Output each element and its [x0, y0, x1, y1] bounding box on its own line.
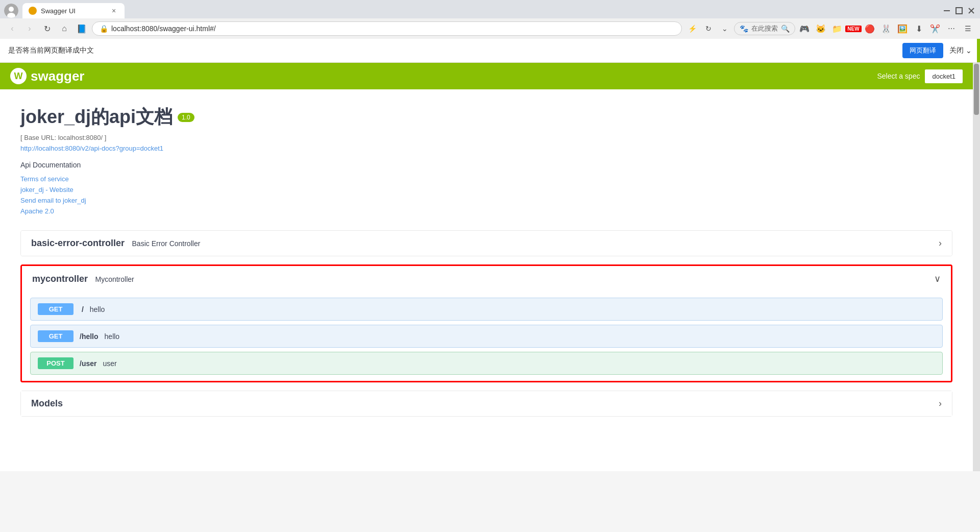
- translation-bar: 是否将当前网页翻译成中文 网页翻译 关闭 ⌄: [0, 39, 980, 63]
- license-link[interactable]: Apache 2.0: [20, 207, 952, 215]
- swagger-logo: W swagger: [10, 68, 85, 84]
- chevron-icon[interactable]: ⌄: [718, 21, 732, 36]
- reload-icon[interactable]: ↻: [701, 21, 716, 36]
- maximize-btn[interactable]: [954, 6, 964, 15]
- endpoint-summary-root: hello: [90, 305, 105, 313]
- docs-link[interactable]: http://localhost:8080/v2/api-docs?group=…: [20, 144, 163, 152]
- svg-point-1: [9, 7, 14, 12]
- docket-button[interactable]: docket1: [925, 69, 963, 83]
- translation-text: 是否将当前网页翻译成中文: [8, 46, 896, 55]
- tab-close-btn[interactable]: ×: [109, 6, 118, 15]
- endpoint-post-user[interactable]: POST /user user: [30, 352, 943, 375]
- version-badge: 1.0: [178, 113, 194, 122]
- scrollbar-thumb[interactable]: [974, 64, 979, 115]
- endpoint-summary-hello: hello: [105, 332, 120, 341]
- mycontroller-header[interactable]: mycontroller Mycontroller ∨: [22, 266, 951, 292]
- browser-chrome: Swagger UI × ‹ › ↻ ⌂ 📘 🔒 localhost:8080/…: [0, 0, 980, 63]
- folder-icon[interactable]: 📁: [830, 21, 844, 36]
- controller-name-desc: basic-error-controller Basic Error Contr…: [31, 238, 200, 249]
- swagger-header: W swagger Select a spec docket1: [0, 63, 973, 89]
- mycontroller-body: GET / hello GET /hello hello POST /user: [22, 292, 951, 381]
- models-arrow: ›: [939, 398, 942, 409]
- lightning-icon[interactable]: ⚡: [685, 21, 699, 36]
- search-icon: 🔍: [781, 25, 790, 33]
- svg-rect-3: [944, 10, 950, 11]
- home-btn[interactable]: ⌂: [57, 21, 71, 36]
- search-box[interactable]: 🐾 在此搜索 🔍: [734, 22, 795, 35]
- active-tab[interactable]: Swagger UI ×: [22, 3, 125, 18]
- window-controls: [942, 6, 976, 15]
- base-url: [ Base URL: localhost:8080/ ]: [20, 134, 952, 141]
- more-btn[interactable]: ⋯: [944, 21, 959, 36]
- basic-error-controller-desc: Basic Error Controller: [132, 239, 201, 248]
- minimize-btn[interactable]: [942, 6, 951, 15]
- search-placeholder: 在此搜索: [751, 24, 778, 33]
- bunny-icon[interactable]: 🐰: [879, 21, 893, 36]
- page-wrapper: W swagger Select a spec docket1 joker_dj…: [0, 63, 980, 471]
- swagger-title: swagger: [31, 68, 85, 84]
- forward-btn[interactable]: ›: [22, 21, 37, 36]
- endpoint-summary-user: user: [103, 359, 116, 368]
- refresh-btn[interactable]: ↻: [40, 21, 54, 36]
- close-options[interactable]: 关闭 ⌄: [949, 46, 972, 55]
- endpoint-path-user: /user: [80, 359, 96, 368]
- mycontroller-name: mycontroller: [32, 274, 88, 284]
- photo-icon[interactable]: 🖼️: [895, 21, 910, 36]
- terms-of-service-link[interactable]: Terms of service: [20, 175, 952, 183]
- api-links: Terms of service joker_dj - Website Send…: [20, 175, 952, 215]
- endpoint-get-root[interactable]: GET / hello: [30, 298, 943, 321]
- menu-btn[interactable]: ☰: [961, 21, 975, 36]
- new-badge-icon[interactable]: NEW: [846, 21, 861, 36]
- red-circle-icon[interactable]: 🔴: [863, 21, 877, 36]
- endpoint-path-hello: /hello: [80, 332, 99, 341]
- nav-icons-right: ⚡ ↻ ⌄ 🐾 在此搜索 🔍 🎮 🐱 📁 NEW 🔴 🐰 🖼️ ⬇ ✂️ ⋯ ☰: [685, 21, 975, 36]
- profile-icon[interactable]: [4, 4, 18, 18]
- cat-icon[interactable]: 🐱: [814, 21, 828, 36]
- method-get-badge: GET: [38, 303, 74, 315]
- basic-error-controller-header[interactable]: basic-error-controller Basic Error Contr…: [21, 231, 952, 256]
- select-spec-text: Select a spec: [877, 72, 920, 80]
- nav-bar: ‹ › ↻ ⌂ 📘 🔒 localhost:8080/swagger-ui.ht…: [0, 18, 980, 39]
- bookmarks-btn[interactable]: 📘: [75, 21, 89, 36]
- main-content: W swagger Select a spec docket1 joker_dj…: [0, 63, 973, 471]
- models-section: Models ›: [20, 391, 952, 417]
- download-icon[interactable]: ⬇: [912, 21, 926, 36]
- close-window-btn[interactable]: [967, 6, 976, 15]
- basic-error-controller-section: basic-error-controller Basic Error Contr…: [20, 230, 952, 256]
- mycontroller-arrow: ∨: [934, 273, 941, 284]
- endpoint-path-root: /: [80, 305, 84, 313]
- url-text: localhost:8080/swagger-ui.html#/: [111, 25, 674, 33]
- svg-rect-4: [956, 8, 962, 14]
- color-bar: [977, 39, 980, 62]
- basic-error-controller-name: basic-error-controller: [31, 238, 125, 248]
- mycontroller-section: mycontroller Mycontroller ∨ GET / hello …: [20, 264, 952, 382]
- cut-icon[interactable]: ✂️: [928, 21, 942, 36]
- swagger-icon: W: [10, 68, 27, 84]
- endpoint-get-hello[interactable]: GET /hello hello: [30, 325, 943, 348]
- email-link[interactable]: Send email to joker_dj: [20, 197, 952, 204]
- api-title: joker_dj的api文档 1.0: [20, 105, 952, 130]
- address-bar[interactable]: 🔒 localhost:8080/swagger-ui.html#/: [92, 21, 682, 36]
- tab-title-text: Swagger UI: [41, 7, 105, 15]
- method-post-badge: POST: [38, 357, 74, 369]
- basic-error-controller-arrow: ›: [939, 238, 942, 249]
- mycontroller-name-desc: mycontroller Mycontroller: [32, 274, 134, 284]
- tab-bar: Swagger UI ×: [0, 0, 980, 18]
- models-header[interactable]: Models ›: [21, 391, 952, 416]
- tab-favicon: [29, 7, 37, 15]
- api-title-text: joker_dj的api文档: [20, 105, 173, 130]
- method-get-hello-badge: GET: [38, 330, 74, 342]
- api-main: joker_dj的api文档 1.0 [ Base URL: localhost…: [0, 89, 973, 440]
- models-label: Models: [31, 398, 63, 409]
- back-btn[interactable]: ‹: [5, 21, 19, 36]
- game-icon[interactable]: 🎮: [797, 21, 812, 36]
- lock-icon: 🔒: [100, 25, 108, 33]
- scrollbar[interactable]: [973, 63, 980, 471]
- mycontroller-desc: Mycontroller: [95, 275, 134, 283]
- swagger-right: Select a spec docket1: [877, 69, 963, 83]
- api-description: Api Documentation: [20, 161, 952, 169]
- paw-icon: 🐾: [740, 25, 748, 33]
- chevron-down-icon: ⌄: [966, 46, 972, 55]
- website-link[interactable]: joker_dj - Website: [20, 186, 952, 194]
- translate-button[interactable]: 网页翻译: [902, 43, 943, 58]
